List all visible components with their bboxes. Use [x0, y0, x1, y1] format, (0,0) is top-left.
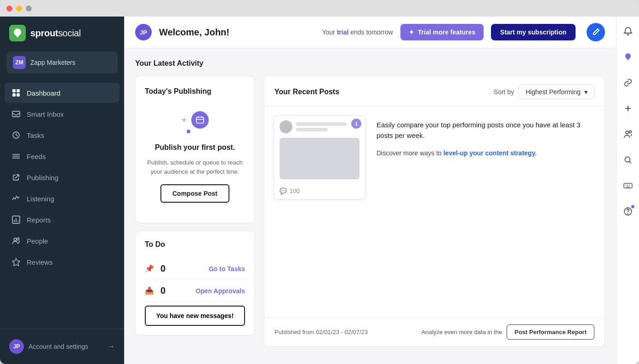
notifications-icon[interactable]: [621, 24, 635, 39]
sidebar-label-reports: Reports: [27, 216, 51, 224]
publishing-icon: [11, 172, 21, 182]
post-footer: 💬 100: [274, 185, 365, 199]
recent-posts-card: Your Recent Posts Sort by Highest Perfor…: [264, 76, 605, 347]
sidebar-nav: Dashboard Smart Inbox: [0, 81, 124, 329]
activity-grid: Today's Publishing +: [135, 76, 605, 347]
maximize-btn[interactable]: [26, 6, 32, 11]
recent-posts-title: Your Recent Posts: [274, 88, 494, 96]
sidebar-label-listening: Listening: [27, 195, 54, 203]
svg-rect-0: [12, 89, 16, 92]
post-preview: 1 💬 100: [274, 115, 365, 199]
sprout-small-icon[interactable]: [621, 50, 635, 64]
add-icon[interactable]: [621, 101, 635, 116]
keyboard-icon[interactable]: [621, 178, 635, 193]
header-user-avatar: JP: [135, 24, 152, 40]
right-column: Your Recent Posts Sort by Highest Perfor…: [264, 76, 605, 347]
compose-post-button[interactable]: Compose Post: [160, 184, 229, 203]
svg-rect-1: [17, 89, 20, 92]
inbox-small-icon: 📥: [145, 286, 156, 295]
sort-dropdown[interactable]: Highest Performing ▾: [519, 85, 594, 99]
team-icon[interactable]: [621, 127, 635, 142]
svg-rect-2: [12, 93, 16, 97]
todo-card: To Do 📌 0 Go to Tasks 📥 0 Open Approval: [135, 231, 255, 336]
svg-point-24: [625, 157, 630, 162]
posts-empty-title: Easily compare your top performing posts…: [377, 120, 595, 141]
listening-icon: [11, 193, 21, 204]
posts-discover-text: Discover more ways to level-up your cont…: [377, 148, 595, 158]
sort-value: Highest Performing: [525, 88, 581, 96]
link-icon[interactable]: [621, 75, 635, 90]
content-area: Your Latest Activity Today's Publishing …: [124, 48, 616, 364]
post-text-area: Easily compare your top performing posts…: [377, 115, 595, 165]
reviews-icon: [11, 257, 21, 267]
main-content: JP Welcome, John! Your trial ends tomorr…: [124, 17, 616, 364]
post-performance-report-button[interactable]: Post Performance Report: [507, 324, 594, 340]
section-title: Your Latest Activity: [135, 59, 605, 68]
level-up-link[interactable]: level-up your content strategy.: [443, 149, 536, 157]
comment-count: 100: [290, 188, 300, 194]
open-approvals-link[interactable]: Open Approvals: [195, 287, 245, 295]
sidebar-item-tasks[interactable]: Tasks: [5, 125, 120, 145]
sidebar-label-tasks: Tasks: [27, 131, 44, 139]
sidebar: sproutsocial ZM Zapp Marketers: [0, 17, 124, 364]
new-messages-button[interactable]: You have new messages!: [145, 306, 245, 326]
user-avatar: JP: [9, 339, 24, 354]
svg-rect-16: [196, 117, 204, 123]
account-name: Zapp Marketers: [30, 59, 111, 66]
svg-point-14: [17, 238, 19, 240]
sidebar-item-publishing[interactable]: Publishing: [5, 167, 120, 188]
compose-fab-button[interactable]: [587, 23, 605, 41]
start-subscription-button[interactable]: Start my subscription: [491, 24, 576, 40]
pin-icon: 📌: [145, 264, 156, 273]
published-dates: Published from 02/01/23 - 02/07/23: [274, 329, 422, 336]
publish-cta-desc: Publish, schedule or queue to reach your…: [145, 158, 245, 176]
top-header: JP Welcome, John! Your trial ends tomorr…: [124, 17, 616, 48]
logo-text: sproutsocial: [30, 28, 81, 39]
trial-link-text[interactable]: trial: [337, 28, 349, 36]
account-settings-item[interactable]: JP Account and settings →: [6, 336, 118, 358]
today-publishing-card: Today's Publishing +: [135, 76, 255, 223]
sidebar-label-reviews: Reviews: [27, 258, 53, 266]
svg-rect-3: [17, 93, 20, 97]
reports-icon: [11, 215, 21, 225]
account-selector[interactable]: ZM Zapp Marketers: [6, 51, 118, 74]
post-name-line-2: [296, 128, 328, 131]
post-preview-header: 1: [274, 116, 365, 138]
sidebar-item-people[interactable]: People: [5, 231, 120, 251]
svg-point-32: [628, 213, 628, 214]
minimize-btn[interactable]: [16, 6, 22, 11]
app-window: sproutsocial ZM Zapp Marketers: [0, 0, 639, 364]
trial-notice: Your trial ends tomorrow: [322, 28, 393, 36]
post-name-line-1: [296, 122, 347, 126]
go-to-tasks-link[interactable]: Go to Tasks: [209, 265, 245, 273]
help-icon[interactable]: [621, 204, 635, 219]
sidebar-item-dashboard[interactable]: Dashboard: [5, 83, 120, 103]
svg-point-22: [626, 131, 628, 134]
sidebar-item-listening[interactable]: Listening: [5, 188, 120, 209]
todo-approvals-row: 📥 0 Open Approvals: [145, 280, 245, 302]
comment-icon: 💬: [280, 188, 287, 194]
sidebar-label-feeds: Feeds: [27, 153, 46, 160]
arrow-icon: →: [108, 342, 115, 351]
publish-icon-area: +: [181, 109, 209, 137]
sidebar-item-reviews[interactable]: Reviews: [5, 252, 120, 272]
tasks-count: 0: [160, 263, 209, 274]
inbox-icon: [11, 109, 21, 119]
titlebar: [0, 0, 639, 17]
close-btn[interactable]: [6, 6, 12, 11]
dashboard-icon: [11, 88, 21, 98]
sidebar-item-feeds[interactable]: Feeds: [5, 146, 120, 166]
account-avatar: ZM: [13, 56, 26, 69]
sidebar-item-smart-inbox[interactable]: Smart Inbox: [5, 104, 120, 124]
sidebar-label-smart-inbox: Smart Inbox: [27, 110, 64, 118]
analyze-text: Analyze even more data in the: [422, 329, 502, 336]
svg-point-23: [629, 131, 631, 133]
search-icon[interactable]: [621, 153, 635, 167]
post-image-placeholder: [280, 138, 359, 179]
sidebar-label-dashboard: Dashboard: [27, 89, 60, 97]
right-rail: [616, 17, 639, 364]
todo-tasks-row: 📌 0 Go to Tasks: [145, 258, 245, 280]
sidebar-label-people: People: [27, 237, 48, 245]
trial-features-button[interactable]: ✦ Trial more features: [400, 24, 484, 40]
sidebar-item-reports[interactable]: Reports: [5, 210, 120, 230]
